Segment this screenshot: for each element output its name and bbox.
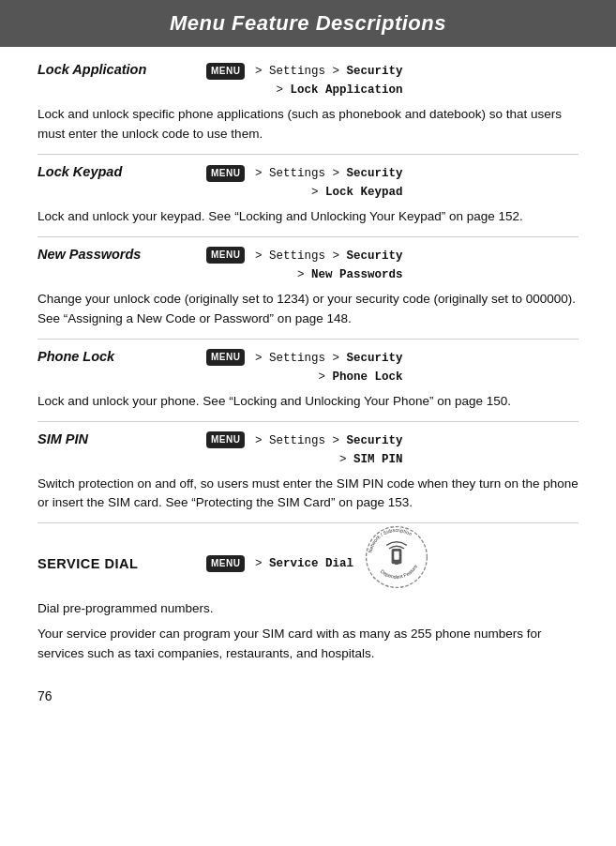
feature-name-new-passwords: New Passwords [38,247,206,262]
page-header: Menu Feature Descriptions [0,0,616,47]
feature-name-phone-lock: Phone Lock [38,349,206,364]
feature-desc-lock-keypad: Lock and unlock your keypad. See “Lockin… [38,207,578,227]
feature-name-sim-pin: SIM PIN [38,431,206,446]
feature-service-dial: Service Dial MENU > Service Dial [38,533,578,673]
svg-rect-3 [395,562,398,566]
feature-desc-sim-pin: Switch protection on and off, so users m… [38,475,578,514]
menu-button: MENU [206,349,245,366]
feature-path-lock-application: MENU > Settings > Security > Lock Applic… [206,62,403,99]
feature-desc-service-dial-2: Your service provider can program your S… [38,625,578,664]
menu-button: MENU [206,431,245,448]
feature-name-lock-keypad: Lock Keypad [38,164,206,179]
feature-sim-pin: SIM PIN MENU > Settings > Security > SIM… [38,431,578,524]
feature-path-phone-lock: MENU > Settings > Security > Phone Lock [206,349,403,386]
menu-button: MENU [206,555,245,572]
feature-name-lock-application: Lock Application [38,62,206,77]
feature-new-passwords: New Passwords MENU > Settings > Security… [38,247,578,340]
page-title: Menu Feature Descriptions [170,11,446,35]
menu-button: MENU [206,165,245,182]
feature-phone-lock: Phone Lock MENU > Settings > Security > … [38,349,578,422]
feature-desc-phone-lock: Lock and unlock your phone. See “Locking… [38,392,578,412]
svg-text:Network / Subscription: Network / Subscription [367,527,413,553]
feature-name-service-dial: Service Dial [38,556,206,571]
feature-path-sim-pin: MENU > Settings > Security > SIM PIN [206,431,403,469]
menu-button: MENU [206,63,245,80]
page-number: 76 [38,688,578,703]
svg-text:Dependent Feature: Dependent Feature [380,564,418,580]
svg-rect-2 [394,551,398,560]
feature-path-lock-keypad: MENU > Settings > Security > Lock Keypad [206,164,403,202]
feature-lock-application: Lock Application MENU > Settings > Secur… [38,62,578,155]
feature-desc-new-passwords: Change your unlock code (originally set … [38,290,578,329]
feature-desc-service-dial-1: Dial pre-programmed numbers. [38,599,578,619]
content-area: Lock Application MENU > Settings > Secur… [0,47,616,726]
feature-path-new-passwords: MENU > Settings > Security > New Passwor… [206,247,403,284]
menu-button: MENU [206,247,245,264]
feature-desc-lock-application: Lock and unlock specific phone applicati… [38,105,578,144]
feature-path-service-dial: MENU > Service Dial [206,554,353,573]
feature-lock-keypad: Lock Keypad MENU > Settings > Security >… [38,164,578,237]
network-subscription-badge: Network / Subscription Dependent Feature [363,523,430,594]
